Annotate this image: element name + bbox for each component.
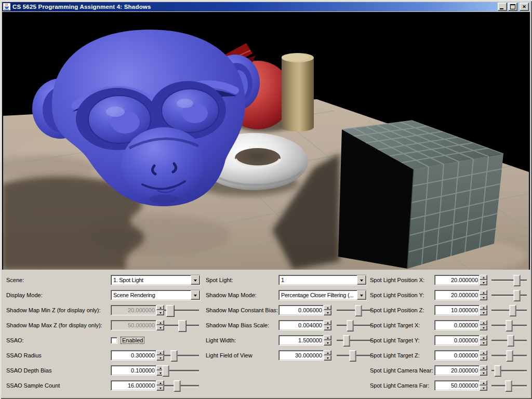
spot-light-position-x-slider[interactable] xyxy=(491,275,527,285)
light-field-of-view-slider[interactable] xyxy=(337,350,372,361)
window-title: CS 5625 Programming Assignment 4: Shadow… xyxy=(12,4,496,10)
spin-up-icon[interactable] xyxy=(480,320,487,325)
slider-thumb[interactable] xyxy=(163,365,169,377)
spin-down-icon[interactable] xyxy=(324,355,331,361)
spot-light-target-z-spinner[interactable]: 0.000000 xyxy=(434,350,487,361)
light-field-of-view-spinner[interactable]: 30.000000 xyxy=(278,350,331,361)
spin-down-icon[interactable] xyxy=(480,310,487,315)
spot-light-target-y-spinner[interactable]: 0.000000 xyxy=(434,335,487,345)
spin-up-icon[interactable] xyxy=(324,305,331,310)
slider-thumb[interactable] xyxy=(505,380,512,392)
spot-light-position-y-spinner[interactable]: 20.000000 xyxy=(434,290,487,300)
spin-up-icon[interactable] xyxy=(480,275,487,280)
row-ssao: SSAO: Enabled Light Width: 1.500000 Spot… xyxy=(2,335,530,347)
spin-down-icon[interactable] xyxy=(156,355,164,361)
spot-light-position-x-spinner[interactable]: 20.000000 xyxy=(434,275,487,285)
slider-thumb[interactable] xyxy=(170,350,177,362)
ssao-depth-bias-slider[interactable] xyxy=(164,365,199,376)
slider-thumb[interactable] xyxy=(349,350,356,362)
shadow-map-constant-bias-spinner[interactable]: 0.006000 xyxy=(278,305,331,315)
light-width-slider[interactable] xyxy=(337,335,372,345)
spin-up-icon[interactable] xyxy=(156,380,164,385)
spot-light-position-z-spinner[interactable]: 10.000000 xyxy=(434,305,487,315)
chevron-down-icon[interactable] xyxy=(357,275,366,285)
title-bar[interactable]: CS 5625 Programming Assignment 4: Shadow… xyxy=(2,2,530,11)
spot-light-camera-far-slider[interactable] xyxy=(491,380,527,391)
spin-up-icon[interactable] xyxy=(480,305,487,310)
scene-combobox[interactable]: 1. Spot Light xyxy=(111,275,201,285)
shadow-map-bias-scale-spinner[interactable]: 0.004000 xyxy=(278,320,331,330)
spot-light-label: Spot Light: xyxy=(206,277,233,283)
spot-light-combobox[interactable]: 1 xyxy=(278,275,367,285)
display-mode-label: Display Mode: xyxy=(6,292,43,298)
spin-up-icon[interactable] xyxy=(480,365,487,370)
spin-down-icon[interactable] xyxy=(480,340,487,345)
spin-down-icon[interactable] xyxy=(480,325,487,330)
row-scene: Scene: 1. Spot Light Spot Light: 1 Spot … xyxy=(2,275,530,286)
scene-3d-viewport[interactable] xyxy=(2,12,530,270)
ssao-radius-slider[interactable] xyxy=(164,350,199,361)
shadow-map-max-z-slider xyxy=(164,320,199,330)
shadow-map-max-z-label: Shadow Map Max Z (for display only): xyxy=(6,322,102,328)
slider-thumb[interactable] xyxy=(513,290,520,301)
spin-down-icon[interactable] xyxy=(324,310,331,315)
light-width-label: Light Width: xyxy=(206,337,236,343)
spot-light-position-y-slider[interactable] xyxy=(491,290,527,300)
maximize-button[interactable] xyxy=(508,3,517,11)
light-width-spinner[interactable]: 1.500000 xyxy=(278,335,331,345)
slider-thumb[interactable] xyxy=(355,305,362,316)
spot-light-target-z-slider[interactable] xyxy=(491,350,527,361)
ssao-sample-count-slider[interactable] xyxy=(164,380,199,391)
spin-down-icon[interactable] xyxy=(156,385,164,391)
minimize-button[interactable] xyxy=(498,3,507,11)
row-ssao-sample-count: SSAO Sample Count 16.000000 Spot Light C… xyxy=(2,380,530,392)
spot-light-position-x-label: Spot Light Position X: xyxy=(370,277,424,283)
spot-light-position-z-slider[interactable] xyxy=(491,305,527,315)
spin-up-icon[interactable] xyxy=(324,320,331,325)
spin-up-icon[interactable] xyxy=(480,290,487,295)
spot-light-target-x-slider[interactable] xyxy=(491,320,527,330)
spin-up-icon[interactable] xyxy=(480,350,487,355)
display-mode-combobox[interactable]: Scene Rendering xyxy=(111,290,201,300)
spin-down-icon[interactable] xyxy=(480,295,487,300)
slider-thumb[interactable] xyxy=(513,275,520,286)
slider-thumb[interactable] xyxy=(343,335,350,347)
ssao-enabled-checkbox-label[interactable]: Enabled xyxy=(121,337,144,343)
slider-thumb[interactable] xyxy=(506,320,513,331)
spin-up-icon[interactable] xyxy=(480,380,487,385)
ssao-radius-spinner[interactable]: 0.300000 xyxy=(111,350,164,361)
slider-thumb[interactable] xyxy=(508,335,514,347)
ssao-depth-bias-spinner[interactable]: 0.100000 xyxy=(111,365,164,376)
spin-down-icon[interactable] xyxy=(480,385,487,391)
spot-light-camera-near-spinner[interactable]: 20.000000 xyxy=(434,365,487,376)
slider-thumb[interactable] xyxy=(507,350,513,362)
slider-thumb[interactable] xyxy=(509,305,516,316)
chevron-down-icon[interactable] xyxy=(357,290,366,300)
shadow-map-constant-bias-slider[interactable] xyxy=(337,305,372,315)
spot-light-camera-far-spinner[interactable]: 50.000000 xyxy=(434,380,487,391)
ssao-sample-count-spinner[interactable]: 16.000000 xyxy=(111,380,164,391)
spot-light-target-y-slider[interactable] xyxy=(491,335,527,345)
spin-up-icon[interactable] xyxy=(480,335,487,340)
spin-down-icon[interactable] xyxy=(480,355,487,361)
shadow-map-mode-combobox[interactable]: Percentage Closer Filtering (... xyxy=(278,290,367,300)
spin-up-icon[interactable] xyxy=(156,350,164,355)
slider-thumb[interactable] xyxy=(347,320,353,331)
shadow-map-bias-scale-slider[interactable] xyxy=(337,320,372,330)
spot-light-camera-near-slider[interactable] xyxy=(491,365,527,376)
slider-thumb[interactable] xyxy=(495,365,501,377)
ssao-enabled-checkbox[interactable] xyxy=(111,337,117,344)
spin-up-icon[interactable] xyxy=(324,350,331,355)
spin-down-icon[interactable] xyxy=(324,325,331,330)
spin-down-icon[interactable] xyxy=(480,280,487,285)
slider-thumb[interactable] xyxy=(174,380,181,392)
chevron-down-icon[interactable] xyxy=(191,275,200,285)
spot-light-target-x-spinner[interactable]: 0.000000 xyxy=(434,320,487,330)
shadow-map-min-z-spinner: 20.000000 xyxy=(111,305,164,315)
chevron-down-icon[interactable] xyxy=(191,290,200,300)
close-button[interactable]: ✕ xyxy=(520,3,529,11)
row-shadow-map-max-z: Shadow Map Max Z (for display only): 50.… xyxy=(2,320,530,331)
spin-down-icon[interactable] xyxy=(480,370,487,376)
spin-up-icon[interactable] xyxy=(324,335,331,340)
spin-down-icon[interactable] xyxy=(324,340,331,345)
